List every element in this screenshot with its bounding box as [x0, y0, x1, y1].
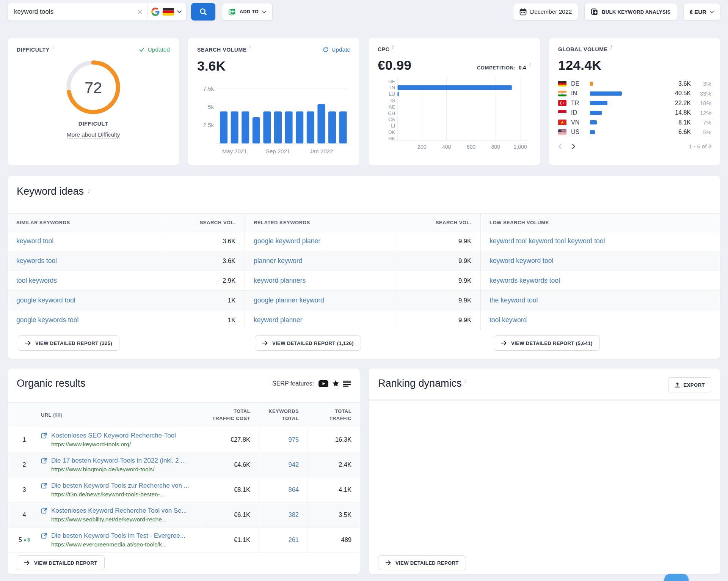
- country-volume-row: IN40.5K33%: [558, 89, 711, 99]
- keyword-row: keywords keywords tool: [481, 271, 720, 290]
- more-about-difficulty-link[interactable]: More about Difficulty: [17, 131, 170, 138]
- svg-text:IS: IS: [391, 98, 395, 103]
- traffic-cost-value: €4.6K: [202, 452, 259, 477]
- update-link[interactable]: Update: [323, 46, 350, 53]
- keyword-ideas-panel: Keyword ideas i SIMILAR KEYWORDSSEARCH V…: [8, 176, 720, 359]
- currency-selector[interactable]: € EUR: [683, 3, 720, 20]
- keyword-link[interactable]: google keyword tool: [16, 296, 75, 304]
- export-button[interactable]: EXPORT: [668, 377, 711, 392]
- ranking-detailed-report-button[interactable]: VIEW DETAILED REPORT: [378, 555, 466, 570]
- url-column-header: URL: [41, 412, 52, 418]
- keyword-link[interactable]: keyword planners: [254, 277, 306, 284]
- rank-number: 1: [23, 436, 26, 443]
- keyword-row: keyword tool keyword tool keyword tool: [481, 231, 720, 251]
- info-icon: i: [52, 45, 54, 51]
- keywords-total-link[interactable]: 261: [259, 527, 307, 552]
- keywords-total-link[interactable]: 942: [259, 452, 307, 477]
- external-link-icon[interactable]: [41, 482, 47, 489]
- export-icon: [675, 382, 680, 388]
- keyword-row: planner keyword9.9K: [245, 251, 480, 271]
- total-traffic-value: 489: [307, 527, 360, 552]
- external-link-icon[interactable]: [41, 432, 47, 439]
- country-volume-row: TR22.2K18%: [558, 98, 711, 108]
- traffic-cost-value: €8.1K: [202, 477, 259, 502]
- calendar-icon: [519, 8, 527, 16]
- low-search-volume-report-button[interactable]: VIEW DETAILED REPORT (5,641): [494, 335, 600, 351]
- bulk-analysis-icon: [591, 8, 598, 16]
- result-title-link[interactable]: Die besten Keyword-Tools im Test - Everg…: [51, 532, 185, 539]
- svg-text:800: 800: [491, 144, 500, 150]
- country-share: 5%: [694, 129, 711, 135]
- chevron-down-icon[interactable]: [177, 10, 182, 13]
- traffic-cost-value: €1.1K: [202, 527, 259, 552]
- keywords-total-link[interactable]: 975: [259, 427, 307, 452]
- svg-text:May 2021: May 2021: [222, 148, 247, 154]
- search-volume-value: 3.6K: [161, 231, 245, 251]
- svg-text:600: 600: [467, 144, 476, 150]
- search-engine-selector[interactable]: [149, 8, 186, 16]
- keyword-row: google planner keyword9.9K: [245, 290, 480, 310]
- keyword-link[interactable]: keyword keyword tool: [490, 257, 553, 265]
- keyword-row: keyword planners9.9K: [245, 271, 480, 290]
- country-code: VN: [571, 119, 587, 126]
- keyword-link[interactable]: the keyword tool: [490, 296, 538, 304]
- keyword-link[interactable]: keyword planner: [254, 316, 302, 324]
- keyword-link[interactable]: tool keyword: [490, 316, 527, 324]
- difficulty-title: DIFFICULTY: [17, 47, 50, 53]
- info-icon: i: [392, 44, 394, 50]
- external-link-icon[interactable]: [41, 457, 47, 464]
- flag-de-icon: [558, 81, 568, 87]
- country-volume-row: VN8.1K7%: [558, 118, 711, 128]
- arrow-right-icon: [501, 340, 507, 346]
- keyword-link[interactable]: keywords keywords tool: [490, 277, 560, 284]
- organic-detailed-report-button[interactable]: VIEW DETAILED REPORT: [17, 555, 105, 570]
- keyword-link[interactable]: keywords tool: [16, 257, 57, 265]
- external-link-icon[interactable]: [41, 532, 47, 539]
- result-title-link[interactable]: Die 17 besten Keyword-Tools in 2022 (ink…: [51, 457, 186, 464]
- keywords-total-link[interactable]: 864: [259, 477, 307, 502]
- keyword-link[interactable]: google keywords tool: [16, 316, 78, 324]
- keyword-ideas-title: Keyword ideas: [17, 186, 84, 197]
- clear-search-icon[interactable]: [134, 9, 146, 14]
- related-keywords-report-button[interactable]: VIEW DETAILED REPORT (1,126): [255, 335, 361, 351]
- add-to-button[interactable]: ADD TO: [222, 3, 273, 20]
- search-volume-value: 9.9K: [397, 231, 480, 251]
- keyword-link[interactable]: keyword tool: [16, 237, 53, 245]
- result-title-link[interactable]: Die besten Keyword-Tools zur Recherche v…: [51, 482, 189, 489]
- keywords-total-link[interactable]: 382: [259, 502, 307, 527]
- chat-bubble-button[interactable]: [664, 574, 689, 581]
- chevron-down-icon: [262, 11, 266, 13]
- keyword-link[interactable]: tool keywords: [16, 277, 57, 284]
- country-volume: 14.8K: [664, 109, 691, 116]
- column-header: SEARCH VOL.: [161, 214, 245, 231]
- keyword-ideas-table: SIMILAR KEYWORDSSEARCH VOL.keyword tool3…: [8, 213, 720, 330]
- external-link-icon[interactable]: [41, 507, 47, 514]
- bulk-keyword-analysis-button[interactable]: BULK KEYWORD ANALYSIS: [584, 3, 677, 20]
- keyword-row: google keyword planer9.9K: [245, 231, 480, 251]
- keyword-link[interactable]: planner keyword: [254, 257, 302, 265]
- search-input[interactable]: [8, 8, 134, 16]
- cpc-title: CPC: [378, 46, 389, 52]
- date-picker-button[interactable]: December 2022: [513, 3, 578, 20]
- search-volume-value: 1K: [161, 291, 245, 310]
- keyword-link[interactable]: google keyword planer: [254, 237, 320, 245]
- svg-text:400: 400: [442, 144, 451, 150]
- keyword-link[interactable]: google planner keyword: [254, 296, 324, 304]
- pagination-next-icon[interactable]: [572, 143, 576, 150]
- similar-keywords-report-button[interactable]: VIEW DETAILED REPORT (325): [18, 335, 119, 351]
- organic-results-table: URL (99) TOTALTRAFFIC COST KEYWORDSTOTAL…: [8, 402, 360, 553]
- url-count: (99): [53, 412, 63, 418]
- search-button[interactable]: [191, 3, 215, 20]
- svg-text:Sep 2021: Sep 2021: [266, 148, 290, 154]
- search-volume-value: 2.9K: [161, 271, 245, 290]
- keyword-search-bar: [8, 3, 187, 21]
- result-title-link[interactable]: Kostenloses SEO Keyword-Recherche-Tool: [51, 432, 176, 439]
- youtube-icon: [318, 380, 328, 387]
- svg-text:CA: CA: [388, 117, 395, 122]
- organic-result-row: 55Die besten Keyword-Tools im Test - Eve…: [8, 527, 360, 553]
- google-logo: [151, 8, 160, 16]
- result-title-link[interactable]: Kostenloses Keyword Recherche Tool von S…: [51, 507, 187, 514]
- updated-label: Updated: [147, 46, 170, 53]
- keyword-link[interactable]: keyword tool keyword tool keyword tool: [490, 237, 605, 245]
- organic-results-panel: Organic results SERP features: URL (99) …: [8, 368, 360, 574]
